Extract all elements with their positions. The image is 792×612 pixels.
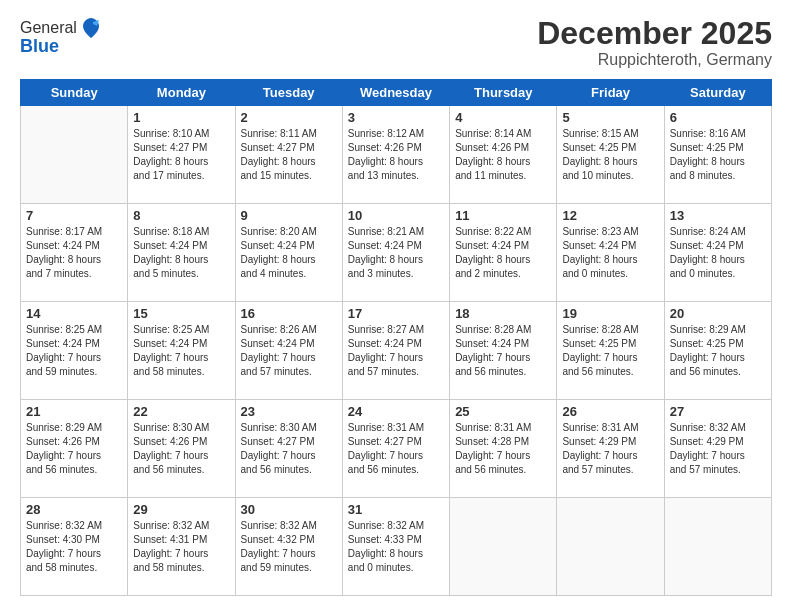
calendar-cell: 23Sunrise: 8:30 AM Sunset: 4:27 PM Dayli… <box>235 400 342 498</box>
day-number: 31 <box>348 502 444 517</box>
day-info: Sunrise: 8:20 AM Sunset: 4:24 PM Dayligh… <box>241 225 337 281</box>
day-info: Sunrise: 8:16 AM Sunset: 4:25 PM Dayligh… <box>670 127 766 183</box>
calendar-cell: 21Sunrise: 8:29 AM Sunset: 4:26 PM Dayli… <box>21 400 128 498</box>
day-info: Sunrise: 8:28 AM Sunset: 4:24 PM Dayligh… <box>455 323 551 379</box>
calendar-cell: 15Sunrise: 8:25 AM Sunset: 4:24 PM Dayli… <box>128 302 235 400</box>
day-info: Sunrise: 8:30 AM Sunset: 4:27 PM Dayligh… <box>241 421 337 477</box>
day-number: 6 <box>670 110 766 125</box>
calendar-cell: 2Sunrise: 8:11 AM Sunset: 4:27 PM Daylig… <box>235 106 342 204</box>
weekday-header-tuesday: Tuesday <box>235 80 342 106</box>
day-info: Sunrise: 8:14 AM Sunset: 4:26 PM Dayligh… <box>455 127 551 183</box>
calendar-cell: 16Sunrise: 8:26 AM Sunset: 4:24 PM Dayli… <box>235 302 342 400</box>
calendar-cell: 17Sunrise: 8:27 AM Sunset: 4:24 PM Dayli… <box>342 302 449 400</box>
day-info: Sunrise: 8:23 AM Sunset: 4:24 PM Dayligh… <box>562 225 658 281</box>
weekday-header-row: SundayMondayTuesdayWednesdayThursdayFrid… <box>21 80 772 106</box>
calendar-cell: 30Sunrise: 8:32 AM Sunset: 4:32 PM Dayli… <box>235 498 342 596</box>
day-number: 14 <box>26 306 122 321</box>
calendar-cell: 9Sunrise: 8:20 AM Sunset: 4:24 PM Daylig… <box>235 204 342 302</box>
day-number: 28 <box>26 502 122 517</box>
day-number: 9 <box>241 208 337 223</box>
calendar-cell <box>450 498 557 596</box>
day-info: Sunrise: 8:29 AM Sunset: 4:25 PM Dayligh… <box>670 323 766 379</box>
day-info: Sunrise: 8:32 AM Sunset: 4:33 PM Dayligh… <box>348 519 444 575</box>
weekday-header-monday: Monday <box>128 80 235 106</box>
day-info: Sunrise: 8:29 AM Sunset: 4:26 PM Dayligh… <box>26 421 122 477</box>
calendar-cell <box>664 498 771 596</box>
day-info: Sunrise: 8:24 AM Sunset: 4:24 PM Dayligh… <box>670 225 766 281</box>
calendar-table: SundayMondayTuesdayWednesdayThursdayFrid… <box>20 79 772 596</box>
weekday-header-sunday: Sunday <box>21 80 128 106</box>
calendar-week-row: 21Sunrise: 8:29 AM Sunset: 4:26 PM Dayli… <box>21 400 772 498</box>
logo-icon <box>79 16 103 40</box>
calendar-cell: 8Sunrise: 8:18 AM Sunset: 4:24 PM Daylig… <box>128 204 235 302</box>
calendar-cell: 25Sunrise: 8:31 AM Sunset: 4:28 PM Dayli… <box>450 400 557 498</box>
weekday-header-saturday: Saturday <box>664 80 771 106</box>
calendar-cell: 3Sunrise: 8:12 AM Sunset: 4:26 PM Daylig… <box>342 106 449 204</box>
day-info: Sunrise: 8:28 AM Sunset: 4:25 PM Dayligh… <box>562 323 658 379</box>
day-number: 17 <box>348 306 444 321</box>
page: General Blue December 2025 Ruppichteroth… <box>0 0 792 612</box>
day-info: Sunrise: 8:27 AM Sunset: 4:24 PM Dayligh… <box>348 323 444 379</box>
calendar-cell: 19Sunrise: 8:28 AM Sunset: 4:25 PM Dayli… <box>557 302 664 400</box>
day-info: Sunrise: 8:31 AM Sunset: 4:29 PM Dayligh… <box>562 421 658 477</box>
title-block: December 2025 Ruppichteroth, Germany <box>537 16 772 69</box>
day-number: 12 <box>562 208 658 223</box>
weekday-header-wednesday: Wednesday <box>342 80 449 106</box>
day-number: 22 <box>133 404 229 419</box>
calendar-week-row: 1Sunrise: 8:10 AM Sunset: 4:27 PM Daylig… <box>21 106 772 204</box>
day-number: 2 <box>241 110 337 125</box>
day-info: Sunrise: 8:21 AM Sunset: 4:24 PM Dayligh… <box>348 225 444 281</box>
day-number: 20 <box>670 306 766 321</box>
calendar-cell: 20Sunrise: 8:29 AM Sunset: 4:25 PM Dayli… <box>664 302 771 400</box>
weekday-header-thursday: Thursday <box>450 80 557 106</box>
calendar-cell: 22Sunrise: 8:30 AM Sunset: 4:26 PM Dayli… <box>128 400 235 498</box>
day-info: Sunrise: 8:32 AM Sunset: 4:29 PM Dayligh… <box>670 421 766 477</box>
day-info: Sunrise: 8:32 AM Sunset: 4:31 PM Dayligh… <box>133 519 229 575</box>
calendar-cell: 14Sunrise: 8:25 AM Sunset: 4:24 PM Dayli… <box>21 302 128 400</box>
logo: General Blue <box>20 16 103 57</box>
calendar-cell: 24Sunrise: 8:31 AM Sunset: 4:27 PM Dayli… <box>342 400 449 498</box>
day-info: Sunrise: 8:26 AM Sunset: 4:24 PM Dayligh… <box>241 323 337 379</box>
calendar-cell <box>21 106 128 204</box>
day-info: Sunrise: 8:31 AM Sunset: 4:27 PM Dayligh… <box>348 421 444 477</box>
day-info: Sunrise: 8:17 AM Sunset: 4:24 PM Dayligh… <box>26 225 122 281</box>
header: General Blue December 2025 Ruppichteroth… <box>20 16 772 69</box>
calendar-cell: 11Sunrise: 8:22 AM Sunset: 4:24 PM Dayli… <box>450 204 557 302</box>
weekday-header-friday: Friday <box>557 80 664 106</box>
calendar-cell: 7Sunrise: 8:17 AM Sunset: 4:24 PM Daylig… <box>21 204 128 302</box>
calendar-week-row: 7Sunrise: 8:17 AM Sunset: 4:24 PM Daylig… <box>21 204 772 302</box>
day-number: 27 <box>670 404 766 419</box>
day-number: 15 <box>133 306 229 321</box>
day-info: Sunrise: 8:31 AM Sunset: 4:28 PM Dayligh… <box>455 421 551 477</box>
day-info: Sunrise: 8:32 AM Sunset: 4:30 PM Dayligh… <box>26 519 122 575</box>
day-info: Sunrise: 8:32 AM Sunset: 4:32 PM Dayligh… <box>241 519 337 575</box>
day-number: 19 <box>562 306 658 321</box>
calendar-cell: 29Sunrise: 8:32 AM Sunset: 4:31 PM Dayli… <box>128 498 235 596</box>
day-number: 10 <box>348 208 444 223</box>
day-number: 16 <box>241 306 337 321</box>
day-number: 23 <box>241 404 337 419</box>
calendar-cell: 27Sunrise: 8:32 AM Sunset: 4:29 PM Dayli… <box>664 400 771 498</box>
calendar-cell: 1Sunrise: 8:10 AM Sunset: 4:27 PM Daylig… <box>128 106 235 204</box>
calendar-cell: 12Sunrise: 8:23 AM Sunset: 4:24 PM Dayli… <box>557 204 664 302</box>
day-info: Sunrise: 8:15 AM Sunset: 4:25 PM Dayligh… <box>562 127 658 183</box>
day-info: Sunrise: 8:11 AM Sunset: 4:27 PM Dayligh… <box>241 127 337 183</box>
day-number: 5 <box>562 110 658 125</box>
day-number: 11 <box>455 208 551 223</box>
logo-general-text: General <box>20 19 77 37</box>
calendar-cell: 5Sunrise: 8:15 AM Sunset: 4:25 PM Daylig… <box>557 106 664 204</box>
month-title: December 2025 <box>537 16 772 51</box>
calendar-cell: 31Sunrise: 8:32 AM Sunset: 4:33 PM Dayli… <box>342 498 449 596</box>
day-number: 13 <box>670 208 766 223</box>
day-info: Sunrise: 8:25 AM Sunset: 4:24 PM Dayligh… <box>133 323 229 379</box>
calendar-cell: 18Sunrise: 8:28 AM Sunset: 4:24 PM Dayli… <box>450 302 557 400</box>
day-number: 8 <box>133 208 229 223</box>
day-info: Sunrise: 8:25 AM Sunset: 4:24 PM Dayligh… <box>26 323 122 379</box>
calendar-week-row: 14Sunrise: 8:25 AM Sunset: 4:24 PM Dayli… <box>21 302 772 400</box>
day-number: 1 <box>133 110 229 125</box>
day-info: Sunrise: 8:10 AM Sunset: 4:27 PM Dayligh… <box>133 127 229 183</box>
day-number: 4 <box>455 110 551 125</box>
calendar-cell: 6Sunrise: 8:16 AM Sunset: 4:25 PM Daylig… <box>664 106 771 204</box>
day-number: 24 <box>348 404 444 419</box>
day-info: Sunrise: 8:18 AM Sunset: 4:24 PM Dayligh… <box>133 225 229 281</box>
